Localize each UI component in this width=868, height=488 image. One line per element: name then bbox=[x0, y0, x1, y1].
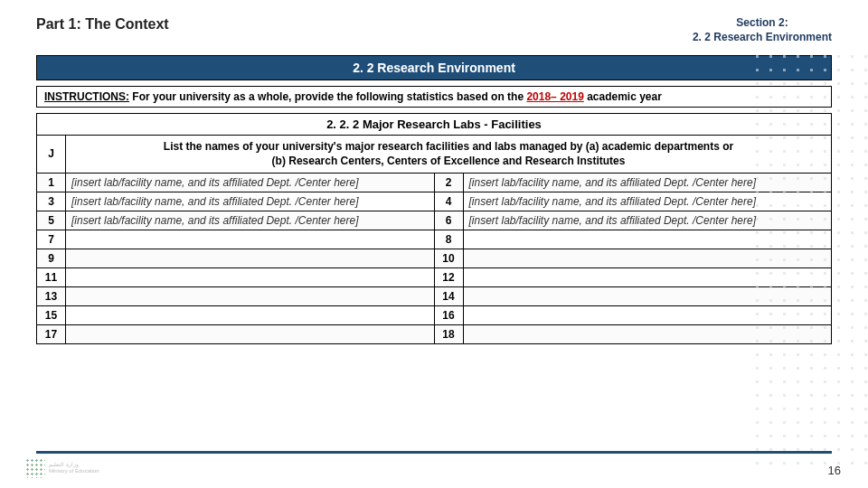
row-val-left bbox=[66, 230, 435, 249]
instructions-before: For your university as a whole, provide … bbox=[129, 90, 526, 103]
table-desc: List the names of your university's majo… bbox=[66, 136, 832, 173]
desc-line2: (b) Research Centers, Centers of Excelle… bbox=[75, 154, 822, 168]
footer-logo: وزارة التعليمMinistry of Education bbox=[25, 455, 125, 481]
table-row: 5[insert lab/facility name, and its affi… bbox=[37, 211, 832, 230]
table-row: 1718 bbox=[37, 324, 832, 343]
row-val-left bbox=[66, 305, 435, 324]
table-row: 1[insert lab/facility name, and its affi… bbox=[37, 173, 832, 192]
logo-icon bbox=[25, 458, 45, 478]
footer-rule bbox=[36, 451, 832, 454]
page-number: 16 bbox=[828, 464, 841, 477]
row-val-right bbox=[463, 305, 832, 324]
row-num-left: 17 bbox=[37, 324, 66, 343]
section-line2: 2. 2 Research Environment bbox=[693, 31, 832, 45]
row-num-right: 2 bbox=[434, 173, 463, 192]
instructions-lead: INSTRUCTIONS: bbox=[44, 90, 129, 103]
part-title: Part 1: The Context bbox=[36, 16, 169, 33]
table-row: 1516 bbox=[37, 305, 832, 324]
desc-line1: List the names of your university's majo… bbox=[75, 139, 822, 154]
row-val-left bbox=[66, 267, 435, 286]
row-val-left bbox=[66, 286, 435, 305]
row-val-right: [insert lab/facility name, and its affil… bbox=[463, 173, 832, 192]
table-row: 1314 bbox=[37, 286, 832, 305]
row-num-right: 10 bbox=[434, 249, 463, 267]
instructions-box: INSTRUCTIONS: For your university as a w… bbox=[36, 86, 832, 108]
instructions-year: 2018– 2019 bbox=[526, 90, 583, 103]
row-val-right bbox=[463, 324, 832, 343]
row-val-right bbox=[463, 267, 832, 286]
row-num-left: 3 bbox=[37, 192, 66, 211]
row-num-left: 13 bbox=[37, 286, 66, 305]
section-box: Section 2: 2. 2 Research Environment bbox=[693, 16, 832, 44]
row-val-left: [insert lab/facility name, and its affil… bbox=[66, 211, 435, 230]
row-val-left: [insert lab/facility name, and its affil… bbox=[66, 173, 435, 192]
row-val-right: [insert lab/facility name, and its affil… bbox=[463, 211, 832, 230]
row-num-right: 8 bbox=[434, 230, 463, 249]
table-row: 3[insert lab/facility name, and its affi… bbox=[37, 192, 832, 211]
row-num-right: 16 bbox=[434, 305, 463, 324]
table-row: 1112 bbox=[37, 267, 832, 286]
col-j: J bbox=[37, 136, 66, 173]
row-num-left: 9 bbox=[37, 249, 66, 267]
instructions-after: academic year bbox=[584, 90, 662, 103]
row-num-right: 6 bbox=[434, 211, 463, 230]
row-val-right bbox=[463, 286, 832, 305]
row-val-right bbox=[463, 230, 832, 249]
row-num-right: 4 bbox=[434, 192, 463, 211]
row-num-left: 1 bbox=[37, 173, 66, 192]
header: Part 1: The Context Section 2: 2. 2 Rese… bbox=[0, 0, 868, 52]
subsection-bar: 2. 2. 2 Major Research Labs - Facilities bbox=[36, 113, 832, 135]
row-num-left: 11 bbox=[37, 267, 66, 286]
row-num-right: 12 bbox=[434, 267, 463, 286]
row-val-right: [insert lab/facility name, and its affil… bbox=[463, 192, 832, 211]
row-num-right: 18 bbox=[434, 324, 463, 343]
row-val-right bbox=[463, 249, 832, 267]
row-num-left: 15 bbox=[37, 305, 66, 324]
section-bar: 2. 2 Research Environment bbox=[36, 55, 832, 80]
row-val-left bbox=[66, 324, 435, 343]
row-val-left bbox=[66, 249, 435, 267]
row-num-right: 14 bbox=[434, 286, 463, 305]
logo-text: وزارة التعليمMinistry of Education bbox=[49, 462, 99, 474]
row-num-left: 5 bbox=[37, 211, 66, 230]
row-val-left: [insert lab/facility name, and its affil… bbox=[66, 192, 435, 211]
table-row: 78 bbox=[37, 230, 832, 249]
table-row: 910 bbox=[37, 249, 832, 267]
facilities-table: J List the names of your university's ma… bbox=[36, 135, 832, 343]
section-line1: Section 2: bbox=[693, 16, 832, 31]
row-num-left: 7 bbox=[37, 230, 66, 249]
